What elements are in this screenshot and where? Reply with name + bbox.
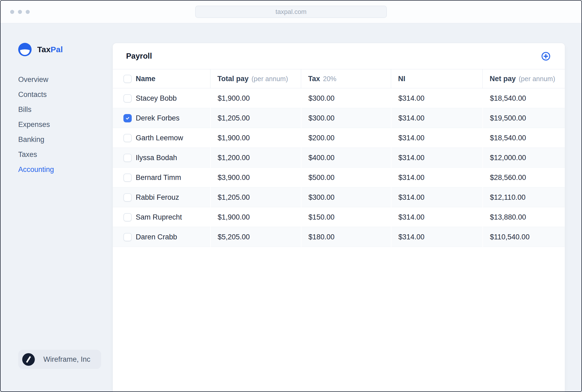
cell-net-pay: $12,110.00 (482, 187, 565, 207)
sidebar-item-contacts[interactable]: Contacts (18, 91, 47, 99)
cell-name: Ilyssa Bodah (113, 148, 210, 168)
cell-tax: $150.00 (301, 207, 391, 227)
row-checkbox[interactable] (123, 193, 132, 202)
sidebar-item-banking[interactable]: Banking (18, 135, 44, 144)
add-employee-button[interactable] (541, 51, 551, 61)
table-body: Stacey Bobb $1,900.00 $300.00 $314.00 $1… (113, 88, 565, 391)
sidebar-item-overview[interactable]: Overview (18, 76, 48, 84)
cell-tax: $500.00 (301, 168, 391, 187)
column-header-tax: Tax 20% (301, 69, 391, 88)
cell-total-pay: $5,205.00 (210, 227, 301, 247)
row-checkbox[interactable] (123, 233, 132, 241)
cell-name: Garth Leemow (113, 128, 210, 148)
table-row: Bernard Timm $3,900.00 $500.00 $314.00 $… (113, 168, 565, 187)
page-content: TaxPal Overview Contacts Bills Expenses … (1, 23, 581, 391)
table-row: Sam Ruprecht $1,900.00 $150.00 $314.00 $… (113, 207, 565, 227)
cell-total-pay: $1,205.00 (210, 108, 301, 128)
brand-name: TaxPal (37, 45, 63, 54)
cell-total-pay: $1,200.00 (210, 148, 301, 168)
sidebar-item-bills[interactable]: Bills (18, 105, 32, 114)
cell-ni: $314.00 (391, 108, 482, 128)
cell-total-pay: $3,900.00 (210, 168, 301, 187)
cell-ni: $314.00 (391, 88, 482, 108)
sidebar: TaxPal Overview Contacts Bills Expenses … (1, 23, 113, 391)
company-name: Wireframe, Inc (43, 355, 90, 364)
cell-tax: $180.00 (301, 227, 391, 247)
url-bar[interactable]: taxpal.com (195, 6, 387, 18)
taxpal-logo-icon (18, 43, 32, 56)
table-row: Derek Forbes $1,205.00 $300.00 $314.00 $… (113, 108, 565, 128)
row-checkbox[interactable] (123, 154, 132, 162)
cell-net-pay: $19,500.00 (482, 108, 565, 128)
cell-net-pay: $18,540.00 (482, 128, 565, 148)
column-header-net-pay: Net pay (per annum) (482, 69, 565, 88)
table-row: Garth Leemow $1,900.00 $200.00 $314.00 $… (113, 128, 565, 148)
table-row: Rabbi Ferouz $1,205.00 $300.00 $314.00 $… (113, 187, 565, 207)
cell-ni: $314.00 (391, 187, 482, 207)
row-checkbox[interactable] (123, 94, 132, 103)
table-header-row: Name Total pay (per annum) Tax 20% NI (113, 69, 565, 88)
company-badge[interactable]: Wireframe, Inc (18, 350, 101, 369)
main-area: Payroll (113, 23, 581, 391)
cell-name: Bernard Timm (113, 168, 210, 187)
window-dot-icon (18, 10, 22, 14)
row-checkbox[interactable] (123, 114, 132, 122)
table-row: Ilyssa Bodah $1,200.00 $400.00 $314.00 $… (113, 148, 565, 168)
cell-ni: $314.00 (391, 168, 482, 187)
browser-topbar: taxpal.com (1, 1, 581, 23)
cell-total-pay: $1,205.00 (210, 187, 301, 207)
select-all-checkbox[interactable] (123, 75, 132, 83)
cell-name: Sam Ruprecht (113, 207, 210, 227)
sidebar-item-accounting[interactable]: Accounting (18, 165, 54, 174)
check-icon (125, 115, 130, 121)
sidebar-item-taxes[interactable]: Taxes (18, 150, 37, 159)
cell-ni: $314.00 (391, 148, 482, 168)
cell-ni: $314.00 (391, 227, 482, 247)
cell-net-pay: $28,560.00 (482, 168, 565, 187)
column-header-name: Name (113, 69, 210, 88)
cell-net-pay: $12,000.00 (482, 148, 565, 168)
cell-ni: $314.00 (391, 128, 482, 148)
row-checkbox[interactable] (123, 134, 132, 142)
cell-net-pay: $110,540.00 (482, 227, 565, 247)
plus-circle-icon (541, 51, 551, 61)
payroll-card: Payroll (113, 43, 565, 391)
payroll-header: Payroll (113, 43, 565, 69)
page-title: Payroll (126, 52, 152, 61)
window-controls (10, 1, 30, 23)
wireframe-logo-icon (22, 353, 35, 366)
row-checkbox[interactable] (123, 213, 132, 221)
brand: TaxPal (18, 43, 113, 56)
cell-total-pay: $1,900.00 (210, 207, 301, 227)
cell-name: Stacey Bobb (113, 88, 210, 108)
cell-tax: $400.00 (301, 148, 391, 168)
cell-tax: $300.00 (301, 88, 391, 108)
table-row: Stacey Bobb $1,900.00 $300.00 $314.00 $1… (113, 88, 565, 108)
sidebar-item-expenses[interactable]: Expenses (18, 120, 50, 129)
cell-name: Daren Crabb (113, 227, 210, 247)
cell-ni: $314.00 (391, 207, 482, 227)
cell-total-pay: $1,900.00 (210, 128, 301, 148)
window-dot-icon (26, 10, 30, 14)
cell-tax: $200.00 (301, 128, 391, 148)
row-checkbox[interactable] (123, 174, 132, 182)
column-header-total-pay: Total pay (per annum) (210, 69, 301, 88)
app-window: taxpal.com TaxPal Overview Contacts Bill… (0, 0, 582, 392)
table-row: Daren Crabb $5,205.00 $180.00 $314.00 $1… (113, 227, 565, 247)
cell-name: Rabbi Ferouz (113, 187, 210, 207)
sidebar-nav: Overview Contacts Bills Expenses Banking… (18, 72, 113, 177)
cell-tax: $300.00 (301, 108, 391, 128)
cell-net-pay: $18,540.00 (482, 88, 565, 108)
cell-total-pay: $1,900.00 (210, 88, 301, 108)
cell-net-pay: $13,880.00 (482, 207, 565, 227)
url-text: taxpal.com (275, 8, 307, 16)
column-header-ni: NI (391, 69, 482, 88)
cell-name: Derek Forbes (113, 108, 210, 128)
cell-tax: $300.00 (301, 187, 391, 207)
window-dot-icon (10, 10, 14, 14)
